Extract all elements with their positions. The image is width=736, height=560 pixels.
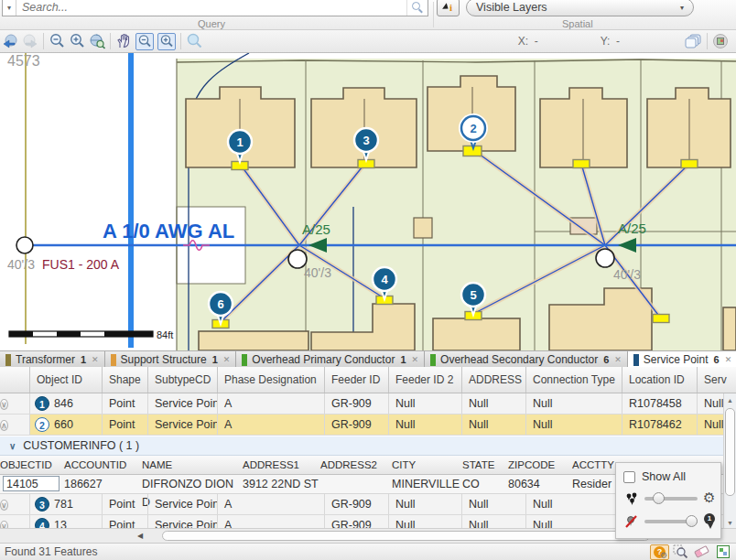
- column-header[interactable]: ADDRESS: [462, 367, 526, 393]
- column-header[interactable]: Serv: [698, 367, 736, 393]
- x-coordinate-value: -: [535, 35, 538, 48]
- cluster-settings-icon[interactable]: ⚙3: [703, 490, 719, 506]
- search-icon[interactable]: [412, 2, 423, 13]
- full-extent-icon[interactable]: [87, 32, 107, 51]
- tab-overhead-primary-conductor[interactable]: Overhead Primary Conductor1 ✕: [236, 351, 425, 368]
- clear-results-eraser-icon[interactable]: [692, 544, 711, 560]
- search-dropdown-icon[interactable]: ▾: [3, 0, 16, 16]
- row-expander-icon[interactable]: ∨: [0, 399, 8, 410]
- column-header[interactable]: NAME: [142, 456, 243, 474]
- column-header[interactable]: Connection Type: [526, 367, 622, 393]
- tab-service-point[interactable]: Service Point6 ✕: [628, 351, 736, 368]
- map-viewport[interactable]: 1 3 2 6 4 5 4573 A 1/0 AWG AL A/25 A/25 …: [0, 53, 736, 350]
- toolbar-separator: [707, 33, 708, 49]
- column-header[interactable]: Phase Designation: [218, 367, 325, 393]
- column-header[interactable]: ADDRESS1: [243, 456, 320, 474]
- row-expander-icon[interactable]: ∨: [0, 521, 8, 528]
- scroll-down-icon[interactable]: ▼: [724, 520, 736, 526]
- column-header[interactable]: Object ID: [30, 367, 103, 393]
- export-results-icon[interactable]: [713, 544, 732, 560]
- conductor-label: A 1/0 AWG AL: [103, 220, 234, 242]
- divider: [406, 0, 407, 16]
- map-canvas[interactable]: 1 3 2 6 4 5 4573 A 1/0 AWG AL A/25 A/25 …: [0, 53, 736, 350]
- zoom-out-icon[interactable]: [47, 32, 67, 51]
- customer-info-section-header[interactable]: ∨ CUSTOMERINFO ( 1 ): [0, 436, 736, 456]
- column-header[interactable]: STATE: [462, 456, 508, 474]
- show-all-checkbox[interactable]: [623, 471, 635, 483]
- zoom-to-selection-icon[interactable]: [671, 544, 690, 560]
- visible-layers-label: Visible Layers: [476, 1, 547, 14]
- group-separator: [433, 2, 434, 27]
- scale-bar: 84ft: [9, 329, 173, 340]
- stacked-windows-icon[interactable]: [684, 32, 704, 51]
- toolbar-separator: [110, 33, 111, 49]
- transformer-label: A/25: [302, 221, 330, 237]
- row-marker: 3: [35, 497, 49, 512]
- column-header[interactable]: OBJECTID: [0, 456, 64, 474]
- objectid-cell[interactable]: 14105: [3, 476, 60, 491]
- span-label: 40'/3: [304, 265, 331, 280]
- cluster-slider[interactable]: [644, 492, 698, 504]
- row-marker: 2: [35, 417, 49, 432]
- pan-hand-icon[interactable]: [114, 32, 134, 51]
- column-header[interactable]: SubtypeCD: [148, 367, 218, 393]
- row-expander-icon[interactable]: ∨: [0, 500, 8, 511]
- close-icon[interactable]: ✕: [614, 355, 622, 364]
- zoom-in-icon[interactable]: [67, 32, 87, 51]
- svg-text:3: 3: [363, 134, 369, 147]
- identify-results-icon[interactable]: ?⚙: [650, 544, 669, 560]
- toolbar-separator: [180, 33, 181, 49]
- row-marker: 1: [35, 396, 49, 411]
- column-header[interactable]: ADDRESS2: [320, 456, 392, 474]
- scroll-left-icon[interactable]: ◀: [137, 532, 143, 540]
- search-box[interactable]: ▾: [2, 0, 428, 16]
- tab-transformer[interactable]: Transformer1 ✕: [0, 351, 105, 368]
- scrollbar-thumb[interactable]: [725, 408, 735, 496]
- span-label: 40'/3: [7, 257, 35, 272]
- identify-button[interactable]: i: [437, 0, 460, 16]
- vertical-scrollbar[interactable]: ▲ ▼: [723, 393, 736, 528]
- column-header[interactable]: Feeder ID 2: [389, 367, 462, 393]
- table-row-selected[interactable]: ∧ 2660 Point Service Point A GR-909 Null…: [0, 415, 736, 436]
- layer-color-chip: [242, 354, 247, 366]
- visible-layers-dropdown[interactable]: Visible Layers ▾: [466, 0, 694, 16]
- scroll-up-icon[interactable]: ▲: [724, 393, 736, 407]
- next-extent-icon[interactable]: [20, 32, 40, 51]
- tab-support-structure[interactable]: Support Structure1 ✕: [105, 351, 237, 368]
- label-slider[interactable]: [644, 515, 698, 527]
- row-collapse-icon[interactable]: ∧: [0, 420, 8, 431]
- select-tool-icon[interactable]: [184, 32, 204, 51]
- row-marker: 4: [35, 518, 49, 528]
- column-header[interactable]: ACCOUNTID: [64, 456, 142, 474]
- support-structure: [16, 237, 33, 253]
- y-coordinate-label: Y: -: [601, 35, 620, 48]
- previous-extent-icon[interactable]: [0, 32, 20, 51]
- grid-ref-label: 4573: [7, 53, 40, 69]
- result-tabs: Transformer1 ✕ Support Structure1 ✕ Over…: [0, 350, 736, 367]
- column-header[interactable]: Shape: [103, 367, 148, 393]
- x-coordinate-label: X: -: [518, 35, 538, 48]
- scrollbar-thumb[interactable]: [162, 531, 650, 541]
- table-row[interactable]: ∨ 1846 Point Service Point A GR-909 Null…: [0, 393, 736, 415]
- pin-badge-icon[interactable]: 1: [703, 513, 716, 529]
- fixed-zoom-out-icon[interactable]: [135, 33, 154, 50]
- spatial-group-label: Spatial: [562, 18, 593, 29]
- customer-info-title: CUSTOMERINFO ( 1 ): [23, 439, 139, 452]
- overview-map-icon[interactable]: [710, 32, 731, 51]
- grid-header: Object ID Shape SubtypeCD Phase Designat…: [0, 367, 736, 393]
- layer-color-chip: [633, 354, 639, 366]
- close-icon[interactable]: ✕: [223, 355, 231, 364]
- column-header[interactable]: Feeder ID: [325, 367, 389, 393]
- search-input[interactable]: [16, 1, 406, 14]
- status-text: Found 31 Features: [5, 545, 97, 558]
- column-header[interactable]: CITY: [392, 456, 462, 474]
- fixed-zoom-in-icon[interactable]: [157, 33, 176, 50]
- close-icon[interactable]: ✕: [92, 355, 99, 364]
- close-icon[interactable]: ✕: [412, 355, 419, 364]
- svg-text:6: 6: [217, 297, 223, 311]
- column-header[interactable]: Location ID: [622, 367, 698, 393]
- column-header[interactable]: ZIPCODE: [508, 456, 572, 474]
- chevron-down-icon: ∨: [9, 441, 16, 451]
- tab-overhead-secondary-conductor[interactable]: Overhead Secondary Conductor6 ✕: [425, 351, 628, 368]
- close-icon[interactable]: ✕: [725, 355, 732, 364]
